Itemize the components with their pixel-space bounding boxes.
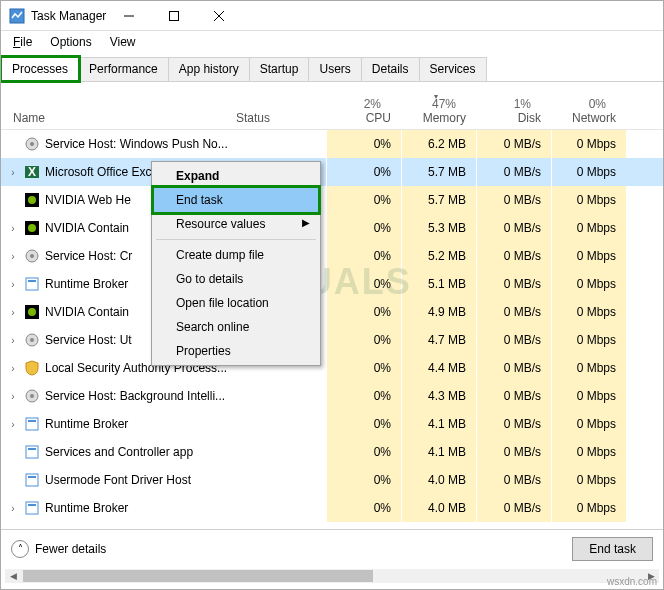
header-network[interactable]: 0%Network <box>551 97 626 125</box>
process-name: NVIDIA Contain <box>45 305 129 319</box>
table-row[interactable]: ›Service Host: Cr0%5.2 MB0 MB/s0 Mbps <box>1 242 663 270</box>
ctx-open-file-location[interactable]: Open file location <box>154 291 318 315</box>
header-name[interactable]: Name <box>1 111 236 125</box>
fewer-details-toggle[interactable]: ˄ Fewer details <box>11 540 572 558</box>
table-row[interactable]: ›XMicrosoft Office Excel (32 bit)0%5.7 M… <box>1 158 663 186</box>
expander-icon[interactable]: › <box>7 251 19 262</box>
cell-memory: 4.4 MB <box>401 354 476 382</box>
expander-icon[interactable]: › <box>7 223 19 234</box>
process-icon <box>24 304 40 320</box>
cell-network: 0 Mbps <box>551 494 626 522</box>
table-row[interactable]: ›Runtime Broker0%4.1 MB0 MB/s0 Mbps <box>1 410 663 438</box>
cell-memory: 5.7 MB <box>401 158 476 186</box>
menu-file[interactable]: File <box>5 33 40 51</box>
table-row[interactable]: NVIDIA Web He0%5.7 MB0 MB/s0 Mbps <box>1 186 663 214</box>
process-icon <box>24 136 40 152</box>
process-name: Usermode Font Driver Host <box>45 473 191 487</box>
svg-point-12 <box>28 224 36 232</box>
cell-network: 0 Mbps <box>551 270 626 298</box>
process-list[interactable]: Service Host: Windows Push No...0%6.2 MB… <box>1 130 663 570</box>
svg-point-6 <box>30 142 34 146</box>
ctx-properties[interactable]: Properties <box>154 339 318 363</box>
ctx-search-online[interactable]: Search online <box>154 315 318 339</box>
cell-cpu: 0% <box>326 186 401 214</box>
expander-icon[interactable]: › <box>7 335 19 346</box>
table-row[interactable]: Service Host: Windows Push No...0%6.2 MB… <box>1 130 663 158</box>
tab-details[interactable]: Details <box>361 57 420 81</box>
ctx-go-to-details[interactable]: Go to details <box>154 267 318 291</box>
minimize-button[interactable] <box>106 1 151 31</box>
table-row[interactable]: Services and Controller app0%4.1 MB0 MB/… <box>1 438 663 466</box>
ctx-expand[interactable]: Expand <box>154 164 318 188</box>
cell-network: 0 Mbps <box>551 354 626 382</box>
tab-app-history[interactable]: App history <box>168 57 250 81</box>
table-row[interactable]: ›Runtime Broker0%5.1 MB0 MB/s0 Mbps <box>1 270 663 298</box>
process-name: Services and Controller app <box>45 445 193 459</box>
chevron-right-icon: ▶ <box>302 217 310 228</box>
cell-memory: 4.0 MB <box>401 466 476 494</box>
process-icon <box>24 360 40 376</box>
svg-point-18 <box>28 308 36 316</box>
cell-network: 0 Mbps <box>551 410 626 438</box>
table-row[interactable]: Usermode Font Driver Host0%4.0 MB0 MB/s0… <box>1 466 663 494</box>
cell-disk: 0 MB/s <box>476 158 551 186</box>
tab-performance[interactable]: Performance <box>78 57 169 81</box>
tab-startup[interactable]: Startup <box>249 57 310 81</box>
ctx-end-task[interactable]: End task <box>154 188 318 212</box>
expander-icon[interactable]: › <box>7 279 19 290</box>
menubar: File Options View <box>1 31 663 53</box>
cell-memory: 6.2 MB <box>401 130 476 158</box>
cell-network: 0 Mbps <box>551 214 626 242</box>
svg-rect-30 <box>28 504 36 506</box>
maximize-button[interactable] <box>151 1 196 31</box>
ctx-separator <box>156 239 316 240</box>
cell-cpu: 0% <box>326 494 401 522</box>
cell-memory: 4.1 MB <box>401 410 476 438</box>
cell-memory: 5.2 MB <box>401 242 476 270</box>
tab-processes[interactable]: Processes <box>1 57 79 81</box>
expander-icon[interactable]: › <box>7 419 19 430</box>
close-button[interactable] <box>196 1 241 31</box>
table-row[interactable]: ›Runtime Broker0%4.0 MB0 MB/s0 Mbps <box>1 494 663 522</box>
credit-text: wsxdn.com <box>607 576 657 587</box>
expander-icon[interactable]: › <box>7 363 19 374</box>
cell-disk: 0 MB/s <box>476 270 551 298</box>
chevron-up-icon: ˄ <box>11 540 29 558</box>
process-name: Runtime Broker <box>45 417 128 431</box>
ctx-resource-values[interactable]: Resource values▶ <box>154 212 318 236</box>
cell-disk: 0 MB/s <box>476 326 551 354</box>
expander-icon[interactable]: › <box>7 391 19 402</box>
menu-options[interactable]: Options <box>42 33 99 51</box>
process-name: Runtime Broker <box>45 277 128 291</box>
tab-users[interactable]: Users <box>308 57 361 81</box>
header-cpu[interactable]: 2%CPU <box>326 97 401 125</box>
cell-disk: 0 MB/s <box>476 466 551 494</box>
scroll-left-icon[interactable]: ◀ <box>5 569 21 583</box>
table-row[interactable]: ›Local Security Authority Process...0%4.… <box>1 354 663 382</box>
header-status[interactable]: Status <box>236 111 326 125</box>
header-memory[interactable]: 47%Memory <box>401 97 476 125</box>
cell-cpu: 0% <box>326 214 401 242</box>
cell-disk: 0 MB/s <box>476 298 551 326</box>
cell-disk: 0 MB/s <box>476 382 551 410</box>
scrollbar-thumb[interactable] <box>23 570 373 582</box>
expander-icon[interactable]: › <box>7 167 19 178</box>
end-task-button[interactable]: End task <box>572 537 653 561</box>
cell-network: 0 Mbps <box>551 466 626 494</box>
expander-icon[interactable]: › <box>7 307 19 318</box>
svg-rect-23 <box>26 418 38 430</box>
menu-view[interactable]: View <box>102 33 144 51</box>
table-row[interactable]: ›NVIDIA Contain0%5.3 MB0 MB/s0 Mbps <box>1 214 663 242</box>
cell-memory: 4.9 MB <box>401 298 476 326</box>
ctx-create-dump[interactable]: Create dump file <box>154 243 318 267</box>
horizontal-scrollbar[interactable]: ◀ ▶ <box>5 569 659 583</box>
cell-cpu: 0% <box>326 242 401 270</box>
expander-icon[interactable]: › <box>7 503 19 514</box>
table-row[interactable]: ›NVIDIA Contain0%4.9 MB0 MB/s0 Mbps <box>1 298 663 326</box>
cell-memory: 4.7 MB <box>401 326 476 354</box>
tab-services[interactable]: Services <box>419 57 487 81</box>
cell-memory: 5.7 MB <box>401 186 476 214</box>
table-row[interactable]: ›Service Host: Ut0%4.7 MB0 MB/s0 Mbps <box>1 326 663 354</box>
header-disk[interactable]: 1%Disk <box>476 97 551 125</box>
table-row[interactable]: ›Service Host: Background Intelli...0%4.… <box>1 382 663 410</box>
